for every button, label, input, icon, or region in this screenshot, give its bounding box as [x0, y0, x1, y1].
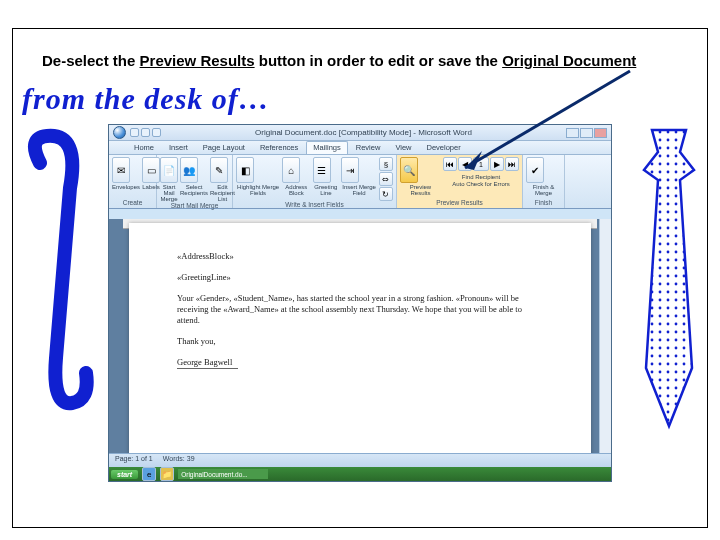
- group-create: ✉Envelopes ▭Labels Create: [109, 155, 157, 208]
- finish-label: Finish & Merge: [526, 184, 561, 196]
- group-write-title: Write & Insert Fields: [236, 201, 393, 208]
- close-button[interactable]: [594, 128, 607, 138]
- tie-decoration: [632, 128, 706, 433]
- status-words[interactable]: Words: 39: [163, 455, 195, 466]
- addr-block-label: Address Block: [282, 184, 310, 196]
- highlight-fields-icon[interactable]: ◧: [236, 157, 254, 183]
- field-greeting-line: «GreetingLine»: [177, 272, 543, 283]
- update-labels-icon[interactable]: ↻: [379, 187, 393, 201]
- status-bar: Page: 1 of 1 Words: 39: [109, 453, 611, 467]
- group-start-title: Start Mail Merge: [160, 202, 229, 209]
- taskbar-explorer-icon[interactable]: 📁: [160, 467, 174, 481]
- record-number[interactable]: 1: [473, 157, 489, 171]
- tab-references[interactable]: References: [253, 141, 305, 154]
- window-controls: [566, 128, 607, 138]
- qat-redo-icon[interactable]: [152, 128, 161, 137]
- address-block-icon[interactable]: ⌂: [282, 157, 300, 183]
- preview-results-button[interactable]: 🔍: [400, 157, 418, 183]
- prev-record-icon[interactable]: ◀: [458, 157, 472, 171]
- group-create-title: Create: [112, 199, 153, 206]
- rules-icon[interactable]: §: [379, 157, 393, 171]
- edit-recipient-list-icon[interactable]: ✎: [210, 157, 228, 183]
- original-document-term: Original Document: [502, 52, 636, 69]
- greeting-label: Greeting Line: [313, 184, 340, 196]
- group-finish-title: Finish: [526, 199, 561, 206]
- taskbar-ie-icon[interactable]: e: [142, 467, 156, 481]
- ribbon: ✉Envelopes ▭Labels Create 📄Start Mail Me…: [109, 155, 611, 209]
- envelopes-label: Envelopes: [112, 184, 140, 190]
- document-area: «AddressBlock» «GreetingLine» Your «Gend…: [109, 219, 611, 453]
- next-record-icon[interactable]: ▶: [490, 157, 504, 171]
- group-write-insert: ◧Highlight Merge Fields ⌂Address Block ☰…: [233, 155, 397, 208]
- start-mail-merge-icon[interactable]: 📄: [160, 157, 178, 183]
- quick-access-toolbar: [130, 128, 161, 137]
- tab-mailings[interactable]: Mailings: [306, 141, 348, 154]
- group-preview-results: 🔍Preview Results ⏮ ◀ 1 ▶ ⏭ Find Recipien…: [397, 155, 523, 208]
- ribbon-tabs: Home Insert Page Layout References Maili…: [109, 141, 611, 155]
- desk-of-heading: from the desk of…: [22, 82, 270, 116]
- select-recipients-icon[interactable]: 👥: [180, 157, 198, 183]
- auto-check-label[interactable]: Auto Check for Errors: [443, 181, 519, 187]
- tab-page-layout[interactable]: Page Layout: [196, 141, 252, 154]
- preview-results-term: Preview Results: [140, 52, 255, 69]
- windows-taskbar: start e 📁 OriginalDocument.do...: [109, 467, 611, 481]
- vertical-scrollbar[interactable]: [599, 219, 611, 453]
- field-address-block: «AddressBlock»: [177, 251, 543, 262]
- instruction-pre: De-select the: [42, 52, 140, 69]
- preview-label: Preview Results: [400, 184, 441, 196]
- greeting-line-icon[interactable]: ☰: [313, 157, 331, 183]
- document-page[interactable]: «AddressBlock» «GreetingLine» Your «Gend…: [129, 223, 591, 453]
- match-fields-icon[interactable]: ⇔: [379, 172, 393, 186]
- find-recipient-label[interactable]: Find Recipient: [443, 174, 519, 180]
- select-rec-label: Select Recipients: [180, 184, 208, 196]
- start-merge-label: Start Mail Merge: [160, 184, 178, 202]
- qat-save-icon[interactable]: [130, 128, 139, 137]
- first-record-icon[interactable]: ⏮: [443, 157, 457, 171]
- last-record-icon[interactable]: ⏭: [505, 157, 519, 171]
- start-button[interactable]: start: [111, 470, 138, 479]
- taskbar-word-item[interactable]: OriginalDocument.do...: [178, 469, 268, 479]
- finish-merge-icon[interactable]: ✔: [526, 157, 544, 183]
- word-window: Original Document.doc [Compatibility Mod…: [108, 124, 612, 482]
- minimize-button[interactable]: [566, 128, 579, 138]
- cursive-l-decoration: [22, 128, 94, 418]
- tab-developer[interactable]: Developer: [420, 141, 468, 154]
- insert-field-label: Insert Merge Field: [341, 184, 377, 196]
- office-button[interactable]: [113, 126, 126, 139]
- body-paragraph: Your «Gender», «Student_Name», has start…: [177, 293, 543, 326]
- group-start-mail-merge: 📄Start Mail Merge 👥Select Recipients ✎Ed…: [157, 155, 233, 208]
- qat-undo-icon[interactable]: [141, 128, 150, 137]
- tab-insert[interactable]: Insert: [162, 141, 195, 154]
- group-finish: ✔Finish & Merge Finish: [523, 155, 565, 208]
- tab-view[interactable]: View: [388, 141, 418, 154]
- status-page[interactable]: Page: 1 of 1: [115, 455, 153, 466]
- edit-rec-label: Edit Recipient List: [210, 184, 235, 202]
- instruction-text: De-select the Preview Results button in …: [42, 52, 678, 69]
- titlebar: Original Document.doc [Compatibility Mod…: [109, 125, 611, 141]
- insert-merge-field-icon[interactable]: ⇥: [341, 157, 359, 183]
- instruction-mid: button in order to edit or save the: [255, 52, 503, 69]
- window-title: Original Document.doc [Compatibility Mod…: [165, 128, 562, 137]
- envelopes-icon[interactable]: ✉: [112, 157, 130, 183]
- tab-home[interactable]: Home: [127, 141, 161, 154]
- highlight-label: Highlight Merge Fields: [236, 184, 280, 196]
- signature-line: George Bagwell: [177, 357, 238, 369]
- maximize-button[interactable]: [580, 128, 593, 138]
- group-preview-title: Preview Results: [400, 199, 519, 206]
- thank-you-line: Thank you,: [177, 336, 543, 347]
- tab-review[interactable]: Review: [349, 141, 388, 154]
